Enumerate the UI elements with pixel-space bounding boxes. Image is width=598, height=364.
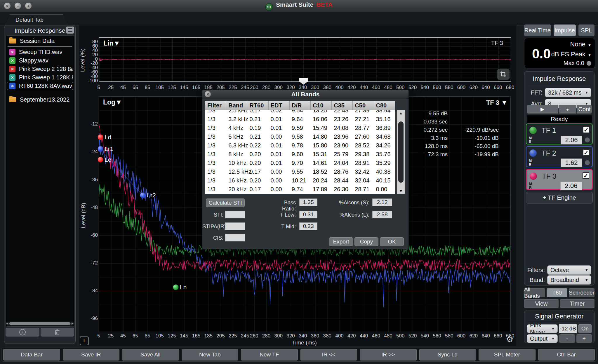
column-header[interactable]: C80 bbox=[374, 101, 395, 110]
signal-output-dropdown[interactable]: Output▼ bbox=[527, 334, 558, 343]
tab-all-bands[interactable]: All Bands bbox=[524, 288, 545, 297]
timer-button[interactable]: Timer bbox=[560, 299, 594, 308]
file-delete-button[interactable] bbox=[41, 328, 74, 337]
sidebar-horizontal-scrollbar[interactable]: ◀ ▶ bbox=[6, 322, 74, 325]
tf-checkbox[interactable]: ✓ bbox=[583, 172, 589, 179]
tf-delay-value[interactable]: 2.06 bbox=[560, 182, 582, 190]
toolbar-data-bar-button[interactable]: Data Bar bbox=[3, 349, 60, 360]
marker-lr1-handle[interactable] bbox=[98, 146, 103, 152]
add-pane-button[interactable]: + bbox=[80, 337, 88, 345]
toolbar-save-ir-button[interactable]: Save IR bbox=[63, 349, 120, 360]
meter-unit-dropdown[interactable]: dB FS Peak▼ bbox=[551, 50, 591, 58]
tf-checkbox[interactable]: ✓ bbox=[583, 126, 590, 133]
column-header[interactable]: D/R bbox=[290, 101, 311, 110]
tab-default[interactable]: Default Tab bbox=[5, 14, 68, 25]
scrollbar-thumb[interactable] bbox=[9, 322, 70, 325]
sidebar-menu-button[interactable] bbox=[66, 27, 74, 34]
tab-t60[interactable]: T60 bbox=[547, 288, 568, 297]
log-scale-dropdown[interactable]: Log▼ bbox=[103, 98, 122, 106]
table-scrollbar-thumb[interactable] bbox=[398, 121, 404, 183]
scroll-up-icon[interactable]: ▲ bbox=[397, 111, 405, 115]
scroll-left-icon[interactable]: ◀ bbox=[6, 322, 8, 325]
column-header[interactable]: Band bbox=[226, 101, 247, 110]
band-dropdown[interactable]: Broadband▼ bbox=[547, 275, 591, 285]
toolbar-ir--button[interactable]: IR << bbox=[300, 349, 357, 360]
tab-schroeder[interactable]: Schroeder bbox=[569, 288, 594, 297]
date-folder[interactable]: September13.2022 bbox=[7, 95, 73, 104]
signal-level-minus-button[interactable]: - bbox=[559, 334, 575, 343]
marker-ln-handle[interactable] bbox=[173, 284, 179, 290]
file-item[interactable]: ×Pink Sweep 2 128 8avg.w bbox=[7, 65, 73, 73]
file-item[interactable]: ×Pink Sweep 1 128K 8AVG bbox=[7, 73, 73, 82]
view-button[interactable]: View bbox=[524, 299, 559, 308]
toolbar-spl-meter-button[interactable]: SPL Meter bbox=[479, 349, 536, 360]
lin-impulse-plot[interactable]: Lin▼ TF 3 bbox=[99, 37, 511, 82]
toolbar-ir--button[interactable]: IR >> bbox=[360, 349, 417, 360]
marker-le-handle[interactable] bbox=[98, 157, 103, 162]
meter-source-dropdown[interactable]: None▼ bbox=[570, 41, 591, 48]
tf-engine-1[interactable]: TF 1✓MR2.06 bbox=[526, 123, 593, 144]
table-row[interactable]: 1/36.3 kHz0.220.019.7815.8023.9028.5234.… bbox=[205, 141, 395, 150]
column-header[interactable]: Filter bbox=[205, 101, 226, 110]
export-button[interactable]: Export bbox=[329, 237, 353, 246]
table-row[interactable]: 1/316 kHz0.200.0010.2120.2428.4432.0440.… bbox=[205, 176, 395, 185]
file-item[interactable]: ×Slappy.wav bbox=[7, 56, 73, 65]
peak-reset-dot[interactable] bbox=[587, 61, 591, 66]
table-row[interactable]: 1/34 kHz0.190.019.5915.4924.0828.7736.89 bbox=[205, 123, 395, 132]
time-locator-handle[interactable] bbox=[299, 78, 308, 85]
toolbar-new-tf-button[interactable]: New TF bbox=[241, 349, 298, 360]
scroll-down-icon[interactable]: ▼ bbox=[397, 189, 405, 193]
signal-type-dropdown[interactable]: Pink Noise▼ bbox=[527, 324, 558, 333]
table-row[interactable]: 1/38 kHz0.200.019.6015.3125.7929.3835.76 bbox=[205, 150, 395, 159]
field-alconsl[interactable]: 2.58 bbox=[372, 211, 392, 218]
table-scrollbar[interactable]: ▲ ▼ bbox=[397, 110, 405, 194]
scroll-right-icon[interactable]: ▶ bbox=[72, 322, 74, 325]
add-tf-engine-button[interactable]: + TF Engine bbox=[526, 192, 593, 203]
session-data-folder[interactable]: Session Data bbox=[7, 37, 73, 45]
chart-settings-gear-icon[interactable]: ⚙ bbox=[506, 335, 513, 344]
mode-real-time-button[interactable]: Real Time bbox=[524, 25, 551, 36]
toolbar-save-all-button[interactable]: Save All bbox=[122, 349, 179, 360]
toolbar-sync-ld-button[interactable]: Sync Ld bbox=[419, 349, 476, 360]
play-button[interactable]: ▶ bbox=[527, 105, 558, 114]
dialog-close-button[interactable]: × bbox=[205, 91, 211, 97]
table-row[interactable]: 1/310 kHz0.200.019.7014.6124.0428.9135.2… bbox=[205, 159, 395, 167]
tf-delay-value[interactable]: 1.62 bbox=[561, 159, 582, 167]
tf-checkbox[interactable]: ✓ bbox=[583, 149, 590, 156]
table-row[interactable]: 1/32.5 kHz0.170.029.5413.2522.4327.3938.… bbox=[205, 110, 395, 115]
field-alconss[interactable]: 2.12 bbox=[372, 198, 392, 206]
tf-delay-value[interactable]: 2.06 bbox=[561, 136, 582, 144]
file-info-button[interactable]: i bbox=[6, 328, 39, 337]
column-header[interactable]: C10 bbox=[311, 101, 332, 110]
continuous-button[interactable]: Cont bbox=[577, 105, 592, 114]
field-sti[interactable] bbox=[225, 211, 245, 218]
log-trace-dropdown[interactable]: TF 3 ▼ bbox=[486, 99, 507, 107]
table-row[interactable]: 1/35 kHz0.210.009.5814.8023.9627.6034.68 bbox=[205, 132, 395, 141]
fft-dropdown[interactable]: 32k / 682 ms▼ bbox=[545, 88, 591, 97]
copy-button[interactable]: Copy bbox=[354, 237, 378, 246]
marker-lr2-handle[interactable] bbox=[140, 192, 146, 198]
column-header[interactable]: C50 bbox=[353, 101, 374, 110]
signal-on-button[interactable]: On bbox=[578, 324, 592, 333]
file-item[interactable]: ×RT60 128K 8AV.wav bbox=[7, 82, 73, 90]
toolbar-ctrl-bar-button[interactable]: Ctrl Bar bbox=[538, 349, 595, 360]
field-tlow[interactable]: 0.31 bbox=[299, 211, 317, 218]
mode-spl-button[interactable]: SPL bbox=[578, 25, 594, 36]
mode-impulse-button[interactable]: Impulse bbox=[554, 25, 576, 36]
table-row[interactable]: 1/33.2 kHz0.210.019.6416.0623.2627.2135.… bbox=[205, 115, 395, 123]
field-stipair[interactable] bbox=[225, 222, 245, 230]
ok-button[interactable]: OK bbox=[380, 237, 404, 246]
tf-engine-3[interactable]: TF 3✓MR2.06 bbox=[526, 169, 593, 190]
toolbar-new-tab-button[interactable]: New Tab bbox=[182, 349, 239, 360]
dialog-title-bar[interactable]: All Bands bbox=[202, 90, 408, 99]
tf-track-dot[interactable] bbox=[585, 137, 590, 142]
file-item[interactable]: ×Sweep THD.wav bbox=[7, 48, 73, 56]
field-bassratio[interactable]: 1.35 bbox=[299, 198, 317, 206]
field-cis[interactable] bbox=[225, 234, 245, 241]
table-row[interactable]: 1/312.5 kHz0.170.009.5518.5228.7632.4240… bbox=[205, 167, 395, 176]
lin-scale-dropdown[interactable]: Lin▼ bbox=[103, 39, 120, 47]
column-header[interactable]: RT60 bbox=[247, 101, 268, 110]
signal-level-plus-button[interactable]: + bbox=[576, 334, 592, 343]
marker-ld-handle[interactable] bbox=[98, 134, 103, 140]
tf-track-dot[interactable] bbox=[585, 160, 590, 165]
